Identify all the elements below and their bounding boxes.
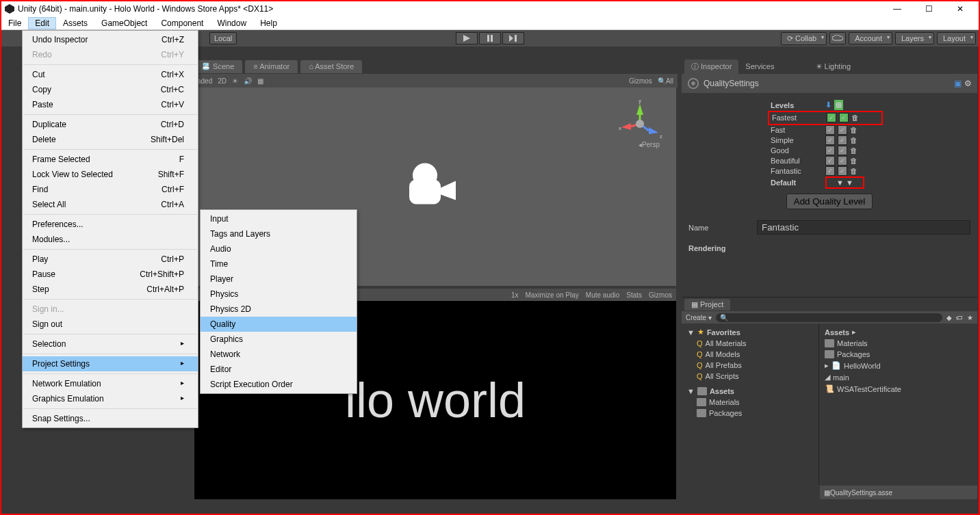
edit-menu-modules-[interactable]: Modules...	[23, 232, 198, 247]
edit-menu-redo[interactable]: RedoCtrl+Y	[23, 47, 198, 62]
tag-icon[interactable]: 🏷	[956, 314, 963, 321]
edit-menu-frame-selected[interactable]: Frame SelectedF	[23, 152, 198, 167]
fav-all-models[interactable]: Q All Models	[684, 349, 816, 360]
account-dropdown[interactable]: Account	[849, 32, 892, 44]
item-helloworld[interactable]: ▸ 📄 HelloWorld	[822, 360, 975, 371]
edit-menu-snap-settings-[interactable]: Snap Settings...	[23, 411, 198, 426]
menu-component[interactable]: Component	[154, 17, 210, 29]
game-scale[interactable]: 1x	[511, 291, 519, 299]
fav-all-materials[interactable]: Q All Materials	[684, 338, 816, 349]
minimize-button[interactable]: —	[881, 1, 913, 16]
2d-toggle[interactable]: 2D	[218, 77, 227, 85]
settings-icon[interactable]: ⚙	[964, 79, 972, 88]
maximize-button[interactable]: ☐	[913, 1, 944, 16]
item-materials[interactable]: Materials	[822, 338, 975, 349]
edit-menu-preferences-[interactable]: Preferences...	[23, 217, 198, 232]
tab-scene[interactable]: 📇 Scene	[193, 60, 242, 73]
tab-lighting[interactable]: ☀ Lighting	[809, 60, 858, 73]
layers-dropdown[interactable]: Layers	[895, 32, 934, 44]
edit-menu-graphics-emulation[interactable]: Graphics Emulation▸	[23, 391, 198, 406]
edit-menu-selection[interactable]: Selection▸	[23, 336, 198, 352]
layout-dropdown[interactable]: Layout	[937, 32, 976, 44]
name-input[interactable]	[757, 220, 970, 235]
stats-toggle[interactable]: Stats	[626, 291, 642, 299]
assets-materials[interactable]: Materials	[684, 397, 816, 408]
edit-menu-undo-inspector[interactable]: Undo InspectorCtrl+Z	[23, 32, 198, 47]
tab-asset-store[interactable]: ⌂ Asset Store	[300, 60, 362, 73]
level-simple[interactable]: Simple	[771, 136, 825, 144]
menu-help[interactable]: Help	[253, 17, 284, 29]
edit-menu-sign-out[interactable]: Sign out	[23, 317, 198, 332]
default-arrow2[interactable]: ▼	[846, 179, 853, 187]
submenu-physics-d[interactable]: Physics 2D	[201, 302, 357, 317]
menu-edit[interactable]: Edit	[28, 17, 56, 29]
star-icon[interactable]: ★	[967, 314, 973, 321]
project-search[interactable]: 🔍	[716, 313, 942, 322]
menu-window[interactable]: Window	[210, 17, 253, 29]
collab-dropdown[interactable]: ⟳ Collab	[781, 32, 827, 45]
submenu-script-execution-order[interactable]: Script Execution Order	[201, 377, 357, 392]
assets-header[interactable]: ▼ Assets	[684, 386, 816, 397]
item-wsa-cert[interactable]: 📜 WSATestCertificate	[822, 383, 975, 395]
edit-menu-network-emulation[interactable]: Network Emulation▸	[23, 376, 198, 391]
menu-assets[interactable]: Assets	[56, 17, 94, 29]
edit-menu-delete[interactable]: DeleteShift+Del	[23, 132, 198, 147]
add-quality-button[interactable]: Add Quality Level	[786, 194, 873, 209]
cloud-icon[interactable]	[829, 32, 846, 44]
level-fast[interactable]: Fast	[771, 126, 825, 134]
light-icon[interactable]: ☀	[232, 77, 238, 85]
help-icon[interactable]: ▣	[954, 79, 962, 88]
game-gizmos[interactable]: Gizmos	[649, 291, 672, 299]
edit-menu-cut[interactable]: CutCtrl+X	[23, 67, 198, 82]
audio-icon[interactable]: 🔊	[244, 77, 252, 85]
level-beautiful[interactable]: Beautiful	[771, 157, 825, 165]
assets-breadcrumb[interactable]: Assets ▸	[822, 326, 975, 338]
local-button[interactable]: Local	[209, 32, 237, 44]
close-button[interactable]: ✕	[944, 1, 976, 16]
persp-label[interactable]: ◂Persp	[639, 141, 660, 148]
filter-icon[interactable]: ◆	[946, 314, 952, 321]
submenu-player[interactable]: Player	[201, 272, 357, 287]
trash-icon[interactable]: 🗑	[851, 114, 859, 122]
submenu-network[interactable]: Network	[201, 347, 357, 362]
edit-menu-find[interactable]: FindCtrl+F	[23, 182, 198, 197]
edit-menu-pause[interactable]: PauseCtrl+Shift+P	[23, 267, 198, 282]
tab-services[interactable]: Services	[738, 60, 781, 72]
gizmos-dropdown[interactable]: Gizmos	[629, 77, 652, 85]
menu-file[interactable]: File	[1, 17, 28, 29]
edit-menu-project-settings[interactable]: Project Settings▸	[23, 356, 198, 371]
play-button[interactable]	[456, 32, 478, 44]
submenu-time[interactable]: Time	[201, 256, 357, 272]
favorites-header[interactable]: ▼★ Favorites	[684, 326, 816, 338]
create-dropdown[interactable]: Create ▾	[686, 314, 712, 321]
submenu-input[interactable]: Input	[201, 211, 357, 226]
mute-audio[interactable]: Mute audio	[586, 291, 619, 299]
edit-menu-step[interactable]: StepCtrl+Alt+P	[23, 282, 198, 297]
edit-menu-copy[interactable]: CopyCtrl+C	[23, 82, 198, 97]
edit-menu-paste[interactable]: PasteCtrl+V	[23, 97, 198, 112]
submenu-audio[interactable]: Audio	[201, 241, 357, 256]
level-fantastic[interactable]: Fantastic	[771, 167, 825, 175]
submenu-physics[interactable]: Physics	[201, 287, 357, 302]
submenu-editor[interactable]: Editor	[201, 362, 357, 377]
item-packages[interactable]: Packages	[822, 349, 975, 360]
level-good[interactable]: Good	[771, 146, 825, 155]
menu-gameobject[interactable]: GameObject	[94, 17, 154, 29]
fastest-check1[interactable]: ✓	[827, 113, 836, 122]
maximize-on-play[interactable]: Maximize on Play	[525, 291, 578, 299]
assets-packages[interactable]: Packages	[684, 408, 816, 419]
search-all[interactable]: 🔍All	[658, 77, 673, 85]
edit-menu-lock-view-to-selected[interactable]: Lock View to SelectedShift+F	[23, 167, 198, 182]
edit-menu-play[interactable]: PlayCtrl+P	[23, 252, 198, 267]
level-fastest[interactable]: Fastest	[772, 114, 827, 122]
tab-project[interactable]: ▦ Project	[684, 299, 730, 311]
submenu-tags-and-layers[interactable]: Tags and Layers	[201, 226, 357, 241]
tab-inspector[interactable]: ⓘ Inspector	[684, 60, 738, 74]
shaded-label[interactable]: aded	[197, 77, 212, 85]
tab-animator[interactable]: ≡ Animator	[245, 60, 298, 73]
pause-button[interactable]	[479, 32, 501, 44]
step-button[interactable]	[502, 32, 524, 44]
default-arrow1[interactable]: ▼	[836, 179, 844, 187]
fav-all-scripts[interactable]: Q All Scripts	[684, 371, 816, 382]
edit-menu-select-all[interactable]: Select AllCtrl+A	[23, 197, 198, 212]
